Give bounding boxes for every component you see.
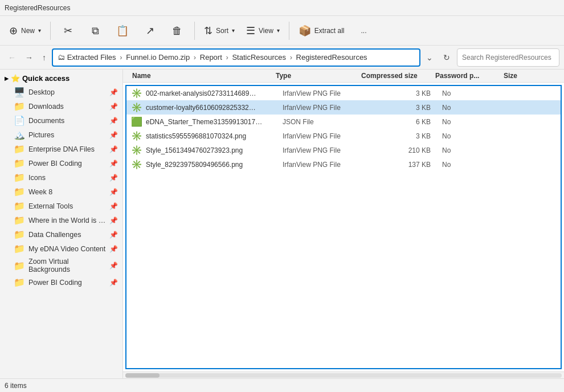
sidebar-item-label-data-challenges: Data Challenges [28,231,106,239]
sidebar-item-zoom-bg[interactable]: 📁 Zoom Virtual Backgrounds 📌 [0,256,122,275]
cut-button[interactable]: ✂ [55,18,80,43]
table-row[interactable]: ✳️ 002-market-analysis02733114689… Irfan… [126,86,561,100]
file-name-1: 002-market-analysis02733114689… [146,89,283,97]
sidebar-item-label-week8: Week 8 [28,188,106,196]
file-area: Name Type Compressed size Password p... … [123,70,564,378]
extract-label: Extract all [314,27,345,35]
col-header-compressed[interactable]: Compressed size [361,72,435,80]
status-bar: 6 items [0,378,564,392]
table-row[interactable]: ✳️ customer-loyalty66106092825332… Irfan… [126,100,561,115]
search-input[interactable] [457,48,559,67]
quick-access-header[interactable]: ▸ ⭐ Quick access [0,72,122,85]
file-icon-json: 🟩 [131,116,142,127]
file-name-5: Style_15613494760273923.png [146,146,283,154]
table-row[interactable]: ✳️ Style_82923975809496566.png IrfanView… [126,157,561,172]
extract-all-button[interactable]: 📦 Extract all [294,18,349,43]
share-button[interactable]: ↗ [137,18,162,43]
extract-icon: 📦 [299,26,311,36]
pin-icon-external-tools: 📌 [109,202,118,210]
sidebar-item-power-bi[interactable]: 📁 Power BI Coding 📌 [0,156,122,170]
sidebar-item-edna-video[interactable]: 📁 My eDNA Video Content 📌 [0,242,122,256]
sidebar-item-downloads[interactable]: 📁 Downloads 📌 [0,99,122,113]
more-icon: ... [361,27,367,35]
pin-icon-week8: 📌 [109,188,118,196]
breadcrumb-folder-icon: 🗂 [58,53,67,62]
file-type-2: IrfanView PNG File [283,104,368,112]
table-row[interactable]: 🟩 eDNA_Starter_Theme31359913017… JSON Fi… [126,115,561,129]
quick-access-label: Quick access [22,74,70,83]
sidebar-item-label-power-bi-2: Power BI Coding [28,279,106,287]
file-compressed-3: 6 KB [368,118,442,126]
sidebar-item-documents[interactable]: 📄 Documents 📌 [0,113,122,128]
sidebar-item-where-in-world[interactable]: 📁 Where in the World is Enterpr… 📌 [0,213,122,227]
more-button[interactable]: ... [352,18,377,43]
data-challenges-icon: 📁 [14,229,25,240]
h-scrollbar-thumb[interactable] [125,373,160,378]
file-compressed-2: 3 KB [368,104,442,112]
chevron-down-icon: ▾ [38,27,41,34]
address-bar-row: ← → ↑ 🗂 Extracted Files › Funnel.io Demo… [0,46,564,70]
file-password-5: No [442,146,510,154]
window-title: RegisteredResources [5,4,70,12]
sidebar: ▸ ⭐ Quick access 🖥️ Desktop 📌 📁 Download… [0,70,123,378]
up-button[interactable]: ↑ [39,51,50,64]
paste-icon: 📋 [116,26,129,36]
delete-button[interactable]: 🗑 [165,18,190,43]
new-button[interactable]: ⊕ New ▾ [5,18,46,43]
col-header-type[interactable]: Type [276,72,361,80]
icons-icon: 📁 [14,172,25,183]
file-password-2: No [442,104,510,112]
sidebar-item-week8[interactable]: 📁 Week 8 📌 [0,185,122,199]
desktop-icon: 🖥️ [14,87,25,97]
sidebar-item-label-documents: Documents [28,117,106,125]
back-button[interactable]: ← [5,51,19,64]
sidebar-item-external-tools[interactable]: 📁 External Tools 📌 [0,199,122,213]
file-compressed-1: 3 KB [368,89,442,97]
table-row[interactable]: ✳️ statistics5955596881070324.png IrfanV… [126,129,561,143]
quick-access-star-icon: ⭐ [11,74,20,83]
paste-button[interactable]: 📋 [110,18,135,43]
file-compressed-5: 210 KB [368,146,442,154]
view-button[interactable]: ☰ View ▾ [242,18,284,43]
sort-label: Sort [216,27,228,35]
col-header-password[interactable]: Password p... [435,72,504,80]
file-type-4: IrfanView PNG File [283,132,368,140]
copy-button[interactable]: ⧉ [83,18,108,43]
pin-icon-desktop: 📌 [109,88,118,96]
file-type-5: IrfanView PNG File [283,146,368,154]
breadcrumb-report: Report [200,53,222,62]
file-icon-png-2: ✳️ [131,102,142,113]
pin-icon-zoom-bg: 📌 [109,262,118,270]
sidebar-item-desktop[interactable]: 🖥️ Desktop 📌 [0,85,122,99]
file-type-3: JSON File [283,118,368,126]
sidebar-item-data-challenges[interactable]: 📁 Data Challenges 📌 [0,227,122,242]
sidebar-item-label-enterprise-dna: Enterprise DNA Files [28,145,106,153]
breadcrumb-registered: RegisteredResources [296,53,367,62]
file-compressed-4: 3 KB [368,132,442,140]
table-row[interactable]: ✳️ Style_15613494760273923.png IrfanView… [126,143,561,157]
file-password-4: No [442,132,510,140]
sidebar-item-enterprise-dna[interactable]: 📁 Enterprise DNA Files 📌 [0,142,122,156]
file-type-6: IrfanView PNG File [283,161,368,169]
file-password-6: No [442,161,510,169]
toolbar-separator-1 [50,22,51,40]
sidebar-item-label-pictures: Pictures [28,131,106,139]
col-header-size[interactable]: Size [504,72,549,80]
where-in-world-icon: 📁 [14,215,25,226]
sort-button[interactable]: ⇅ Sort ▾ [199,18,239,43]
breadcrumb-extracted: Extracted Files [67,53,116,62]
col-header-name[interactable]: Name [128,72,276,80]
sidebar-item-icons[interactable]: 📁 Icons 📌 [0,170,122,185]
forward-button[interactable]: → [22,51,36,64]
pin-icon-enterprise-dna: 📌 [109,145,118,153]
refresh-button[interactable]: ↻ [439,51,455,64]
item-count-label: 6 items [5,382,27,390]
h-scrollbar-track[interactable] [125,373,562,378]
horizontal-scrollbar[interactable] [123,371,564,378]
sidebar-item-label-external-tools: External Tools [28,202,106,210]
sidebar-item-pictures[interactable]: 🏔️ Pictures 📌 [0,128,122,142]
address-box[interactable]: 🗂 Extracted Files › Funnel.io Demo.zip ›… [52,48,420,67]
address-dropdown-button[interactable]: ⌄ [423,51,436,64]
pin-icon-pictures: 📌 [109,131,118,139]
sidebar-item-power-bi-2[interactable]: 📁 Power BI Coding 📌 [0,275,122,289]
